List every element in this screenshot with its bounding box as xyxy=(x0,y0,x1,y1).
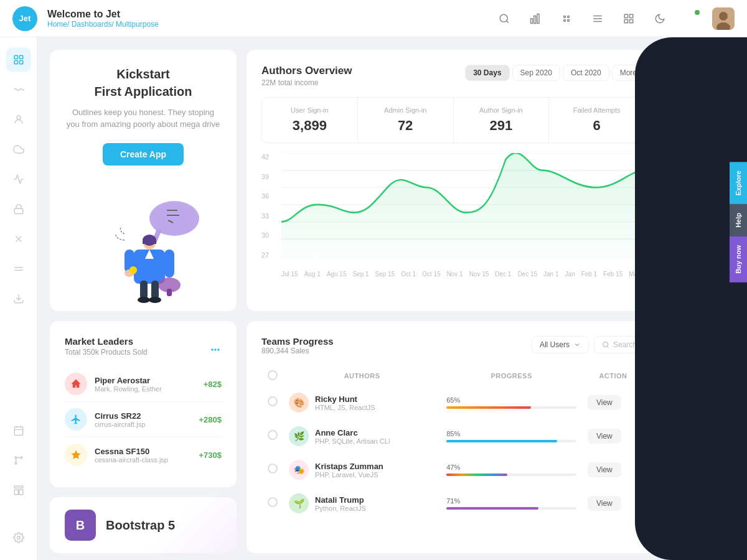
right-panel-curve xyxy=(635,37,710,560)
apps-icon[interactable] xyxy=(557,9,576,29)
sidebar-item-user[interactable] xyxy=(6,107,31,132)
progress-bar xyxy=(446,440,557,442)
svg-point-7 xyxy=(568,19,570,21)
market-item-icon xyxy=(65,444,87,466)
sidebar-item-chart[interactable] xyxy=(6,167,31,192)
author-cell: 🎨 Ricky Hunt HTML, JS, ReactJS xyxy=(289,393,435,413)
logo[interactable]: Jet xyxy=(12,6,37,31)
list-item: Piper Aerostar Mark, Rowling, Esther +82… xyxy=(65,366,222,402)
nav-title-area: Welcome to Jet Home/ Dashboards/ Multipu… xyxy=(47,9,494,29)
stats-row: User Sign-in 3,899 Admin Sign-in 72 Auth… xyxy=(261,97,645,143)
svg-rect-11 xyxy=(624,14,627,17)
list-item: Cirrus SR22 cirrus-aircraft.jsp +280$ xyxy=(65,402,222,437)
svg-point-59 xyxy=(149,297,161,303)
top-navigation: Jet Welcome to Jet Home/ Dashboards/ Mul… xyxy=(0,0,747,37)
chevron-down-icon xyxy=(573,341,581,348)
progress-bar xyxy=(446,406,531,409)
all-users-dropdown[interactable]: All Users xyxy=(532,336,589,353)
market-leaders-subtitle: Total 350k Products Sold xyxy=(65,348,148,357)
author-cell: 🌿 Anne Clarc PHP, SQLite, Artisan CLI xyxy=(289,426,435,446)
tab-30-days[interactable]: 30 Days xyxy=(465,65,509,81)
analytics-icon[interactable] xyxy=(525,9,545,29)
sidebar-item-settings[interactable] xyxy=(6,525,31,550)
market-item-info: Cessna SF150 cessna-aircraft-class.jsp xyxy=(95,447,199,464)
market-item-icon xyxy=(65,373,87,395)
progress-bar xyxy=(446,474,507,476)
sidebar-item-menu[interactable] xyxy=(6,256,31,281)
svg-rect-3 xyxy=(537,14,539,23)
svg-rect-21 xyxy=(19,61,22,64)
svg-rect-19 xyxy=(19,55,22,58)
svg-rect-18 xyxy=(14,55,17,58)
sidebar-item-lock[interactable] xyxy=(6,197,31,222)
select-all-checkbox[interactable] xyxy=(268,370,278,380)
view-button[interactable]: View xyxy=(588,395,621,410)
teams-table-body: 🎨 Ricky Hunt HTML, JS, ReactJS 65% xyxy=(263,386,644,520)
main-content: KickstartFirst Application Outlines keep… xyxy=(37,37,672,560)
svg-rect-1 xyxy=(531,19,533,24)
page-title: Welcome to Jet xyxy=(47,9,494,20)
sidebar-item-close[interactable] xyxy=(6,226,31,251)
market-more-icon[interactable] xyxy=(209,343,222,359)
view-button[interactable]: View xyxy=(588,429,621,444)
svg-point-69 xyxy=(217,348,219,350)
svg-rect-14 xyxy=(630,19,633,22)
svg-rect-37 xyxy=(14,490,18,495)
svg-point-33 xyxy=(15,457,17,459)
row-checkbox[interactable] xyxy=(268,430,278,440)
market-item-info: Piper Aerostar Mark, Rowling, Esther xyxy=(95,376,204,393)
illustration xyxy=(87,184,199,296)
svg-rect-2 xyxy=(534,16,536,23)
dark-mode-icon[interactable] xyxy=(650,9,670,29)
kickstart-card: KickstartFirst Application Outlines keep… xyxy=(50,50,237,311)
create-app-button[interactable]: Create App xyxy=(103,143,184,166)
menu-icon[interactable] xyxy=(588,9,608,29)
search-icon[interactable] xyxy=(494,9,514,29)
teams-table: AUTHORS PROGRESS ACTION 🎨 xyxy=(261,365,645,521)
grid-icon[interactable] xyxy=(619,9,639,29)
svg-rect-13 xyxy=(624,19,627,22)
sidebar-item-branch[interactable] xyxy=(6,448,31,473)
avatar[interactable] xyxy=(712,7,735,30)
breadcrumb: Home/ Dashboards/ Multipurpose xyxy=(47,20,494,29)
explore-button[interactable]: Explore xyxy=(730,162,747,204)
main-layout: KickstartFirst Application Outlines keep… xyxy=(0,37,747,560)
view-button[interactable]: View xyxy=(588,496,621,511)
authors-title: Authors Overview 22M total income xyxy=(261,65,352,87)
svg-rect-36 xyxy=(14,486,23,488)
view-button[interactable]: View xyxy=(588,462,621,477)
svg-point-35 xyxy=(15,462,17,464)
author-avatar: 🌿 xyxy=(289,426,309,446)
sidebar-item-template[interactable] xyxy=(6,478,31,503)
sidebar-item-download[interactable] xyxy=(6,286,31,311)
progress-cell: 65% xyxy=(441,386,581,419)
list-item: Cessna SF150 cessna-aircraft-class.jsp +… xyxy=(65,437,222,472)
svg-point-34 xyxy=(21,457,22,459)
top-row: KickstartFirst Application Outlines keep… xyxy=(50,50,660,311)
svg-rect-55 xyxy=(167,289,172,296)
svg-rect-57 xyxy=(151,281,159,299)
right-panel: Explore Help Buy now xyxy=(672,37,747,560)
svg-rect-20 xyxy=(14,61,17,64)
notification-icon[interactable] xyxy=(681,9,701,29)
author-cell: 🎭 Kristaps Zumman PHP, Laravel, VueJS xyxy=(289,460,435,480)
sidebar-item-grid[interactable] xyxy=(6,47,31,72)
row-checkbox[interactable] xyxy=(268,396,278,406)
market-leaders-card: Market Leaders Total 350k Products Sold xyxy=(50,321,237,487)
svg-point-52 xyxy=(129,266,137,274)
market-item-icon xyxy=(65,408,87,431)
sidebar-item-wave[interactable] xyxy=(6,77,31,102)
tab-oct-2020[interactable]: Oct 2020 xyxy=(563,65,609,81)
svg-rect-53 xyxy=(164,250,174,278)
row-checkbox[interactable] xyxy=(268,497,278,507)
row-checkbox[interactable] xyxy=(268,464,278,474)
help-button[interactable]: Help xyxy=(730,204,747,236)
tab-sep-2020[interactable]: Sep 2020 xyxy=(512,65,560,81)
teams-header: Teams Progress 890,344 Sales All Users S… xyxy=(261,336,645,355)
sidebar-item-calendar[interactable] xyxy=(6,418,31,443)
bootstrap-card: B Bootstrap 5 xyxy=(50,497,237,553)
svg-rect-29 xyxy=(14,427,23,436)
sidebar-item-cloud[interactable] xyxy=(6,137,31,162)
svg-point-5 xyxy=(568,16,570,17)
buy-now-button[interactable]: Buy now xyxy=(730,236,747,282)
